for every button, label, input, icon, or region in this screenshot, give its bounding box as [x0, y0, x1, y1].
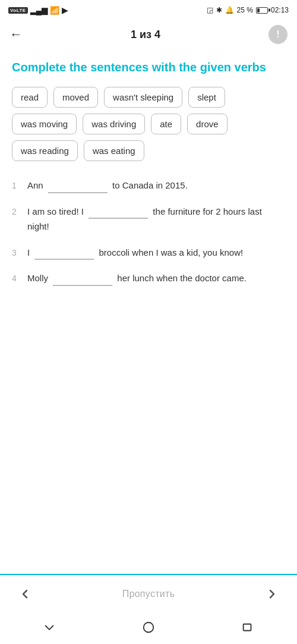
word-chip-wasnt-sleeping[interactable]: wasn't sleeping: [104, 87, 182, 108]
prev-button[interactable]: [14, 583, 36, 605]
sentence-1: 1 Ann to Canada in 2015.: [12, 178, 285, 193]
sentence-2: 2 I am so tired! I the furniture for 2 h…: [12, 204, 285, 234]
back-button[interactable]: ←: [10, 27, 23, 42]
sentence-4: 4 Molly her lunch when the doctor came.: [12, 271, 285, 286]
top-nav: ← 1 из 4 !: [0, 19, 297, 50]
blank-4[interactable]: [53, 274, 112, 286]
word-chip-drove[interactable]: drove: [187, 114, 228, 134]
word-chip-read[interactable]: read: [12, 87, 48, 108]
word-chip-moved[interactable]: moved: [53, 87, 98, 108]
sentence-text-3: I broccoli when I was a kid, you know!: [27, 245, 285, 260]
sentence-3: 3 I broccoli when I was a kid, you know!: [12, 245, 285, 260]
sentence-text-1: Ann to Canada in 2015.: [27, 178, 285, 193]
blank-1[interactable]: [48, 181, 108, 193]
svg-point-0: [144, 623, 154, 633]
time-display: 02:13: [271, 6, 289, 14]
battery-icon: [256, 7, 268, 14]
bluetooth-icon: ✱: [216, 6, 222, 14]
word-chip-was-driving[interactable]: was driving: [83, 114, 145, 134]
android-recents-btn[interactable]: [239, 619, 256, 636]
info-button[interactable]: !: [268, 25, 287, 44]
status-left: VoLTE ▂▄▆ 📶 ▶: [8, 6, 68, 15]
word-chip-ate[interactable]: ate: [151, 114, 181, 134]
word-chip-was-reading[interactable]: was reading: [12, 140, 78, 161]
word-chip-was-moving[interactable]: was moving: [12, 114, 77, 134]
android-back-btn[interactable]: [41, 619, 58, 636]
battery-percent: 25 %: [237, 6, 253, 14]
bottom-nav: Пропустить: [0, 574, 297, 613]
skip-button[interactable]: Пропустить: [122, 589, 175, 599]
blank-2[interactable]: [89, 207, 148, 219]
sentence-num-4: 4: [12, 271, 21, 285]
page-indicator: 1 из 4: [131, 29, 160, 41]
alarm-icon: ◲: [207, 6, 213, 14]
volte-badge: VoLTE: [8, 7, 28, 14]
status-right: ◲ ✱ 🔔 25 % 02:13: [207, 6, 289, 14]
word-bank: read moved wasn't sleeping slept was mov…: [12, 87, 285, 161]
instruction-title: Complete the sentences with the given ve…: [12, 59, 285, 75]
sentence-text-4: Molly her lunch when the doctor came.: [27, 271, 285, 286]
signal-icon: ▂▄▆: [30, 6, 48, 15]
sentence-text-2: I am so tired! I the furniture for 2 hou…: [27, 204, 285, 234]
status-bar: VoLTE ▂▄▆ 📶 ▶ ◲ ✱ 🔔 25 % 02:13: [0, 0, 297, 19]
android-nav: [0, 613, 297, 644]
word-chip-slept[interactable]: slept: [188, 87, 225, 108]
main-content: Complete the sentences with the given ve…: [0, 50, 297, 574]
sentence-num-2: 2: [12, 204, 21, 218]
blank-3[interactable]: [34, 248, 94, 260]
android-home-btn[interactable]: [140, 619, 157, 636]
cast-icon: ▶: [62, 6, 68, 15]
svg-rect-1: [243, 624, 251, 631]
sentence-num-3: 3: [12, 245, 21, 259]
mute-icon: 🔔: [225, 6, 234, 14]
word-chip-was-eating[interactable]: was eating: [84, 140, 144, 161]
sentences-list: 1 Ann to Canada in 2015. 2 I am so tired…: [12, 178, 285, 286]
sentence-num-1: 1: [12, 178, 21, 192]
next-button[interactable]: [261, 583, 283, 605]
wifi-icon: 📶: [50, 6, 59, 15]
battery-fill: [257, 8, 260, 12]
